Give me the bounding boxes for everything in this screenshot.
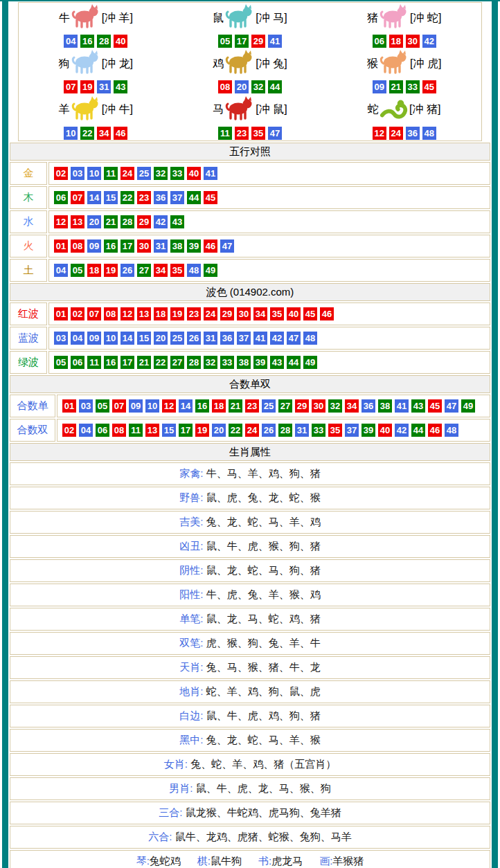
number-ball: 29 (137, 215, 151, 228)
number-ball: 18 (87, 264, 101, 277)
number-ball: 32 (251, 80, 265, 93)
number-ball: 02 (71, 307, 84, 320)
zodiac-numbers: 08203244 (217, 80, 283, 93)
number-ball: 16 (104, 356, 118, 369)
number-ball: 35 (328, 424, 342, 437)
number-row: 水1213202128294243 (10, 210, 490, 233)
number-ball: 17 (179, 424, 193, 437)
number-ball: 30 (237, 307, 251, 320)
attribute-value: 兔、蛇、羊、鸡、猪（五宫肖） (190, 758, 336, 771)
attribute-row: 黑中: 兔、龙、蛇、马、羊、猴 (10, 729, 490, 752)
number-ball: 35 (170, 264, 184, 277)
number-ball: 40 (287, 307, 301, 320)
number-ball: 47 (268, 127, 282, 140)
attribute-value: 兔、马、猴、猪、牛、龙 (206, 661, 321, 674)
number-row: 火0108091617303138394647 (10, 235, 490, 257)
number-ball: 16 (104, 239, 118, 253)
section-five-elements: 五行对照 金02031011242532334041木0607141522233… (10, 143, 490, 282)
number-ball: 17 (235, 35, 249, 48)
number-ball: 28 (120, 215, 134, 228)
row-numbers: 03040910141520252631363741424748 (48, 327, 490, 350)
number-ball: 42 (395, 424, 409, 437)
arts-pair: 画:羊猴猪 (319, 855, 364, 868)
number-ball: 45 (303, 307, 317, 320)
rat-icon (224, 3, 255, 30)
number-ball: 11 (218, 127, 232, 140)
attribute-value: 兔、龙、蛇、马、羊、鸡 (206, 516, 321, 529)
number-ball: 43 (114, 80, 127, 93)
number-ball: 22 (120, 191, 134, 204)
number-ball: 37 (170, 191, 184, 204)
zodiac-grid: 牛[冲 羊]04162840鼠[冲 马]05172941猪[冲 蛇]061830… (18, 2, 482, 141)
attribute-label: 天肖: (179, 661, 206, 674)
number-ball: 17 (120, 356, 134, 369)
number-ball: 23 (235, 127, 249, 140)
number-ball: 35 (270, 307, 284, 320)
number-ball: 25 (262, 399, 276, 413)
zodiac-name: 马 (213, 102, 224, 117)
dog-icon (71, 49, 101, 75)
number-ball: 42 (154, 215, 168, 228)
number-ball: 41 (395, 399, 409, 413)
number-ball: 36 (361, 399, 375, 413)
number-ball: 14 (179, 399, 193, 413)
sum-parity-title: 合数单双 (229, 378, 271, 390)
attribute-row: 单笔: 鼠、龙、马、蛇、鸡、猪 (10, 608, 490, 631)
number-row: 绿波05061116172122272832333839434449 (10, 351, 490, 374)
number-row: 合数单0103050709101214161821232527293032343… (10, 395, 490, 417)
attribute-row: 男肖: 鼠、牛、虎、龙、马、猴、狗 (10, 777, 490, 800)
zodiac-clash: [冲 马] (256, 11, 287, 26)
number-ball: 48 (445, 424, 458, 437)
number-ball: 20 (212, 424, 226, 437)
attribute-row: 天肖: 兔、马、猴、猪、牛、龙 (10, 656, 490, 679)
number-ball: 29 (251, 35, 265, 48)
zodiac-clash: [冲 羊] (102, 11, 133, 26)
number-ball: 19 (104, 264, 118, 277)
number-ball: 34 (154, 264, 168, 277)
row-label: 木 (10, 186, 47, 209)
number-ball: 44 (187, 191, 201, 204)
goat-icon (71, 96, 101, 122)
number-ball: 12 (373, 127, 386, 140)
number-ball: 10 (87, 167, 101, 180)
number-ball: 43 (270, 356, 284, 369)
number-ball: 03 (54, 332, 68, 345)
attribute-value: 兔、龙、蛇、马、羊、猴 (206, 734, 321, 747)
number-ball: 09 (87, 239, 101, 253)
zodiac-numbers: 06183042 (371, 35, 438, 48)
number-row: 合数双0204060811131517192022242628313335373… (10, 419, 490, 442)
frame-left-border (2, 0, 8, 868)
number-ball: 22 (229, 424, 242, 437)
number-ball: 23 (187, 307, 201, 320)
number-ball: 22 (80, 127, 94, 140)
attribute-label: 三合: (159, 806, 185, 820)
number-ball: 20 (154, 332, 168, 345)
number-ball: 04 (64, 35, 78, 48)
number-ball: 32 (328, 399, 342, 413)
zodiac-name: 鸡 (213, 57, 224, 71)
row-numbers: 05061116172122272832333839434449 (48, 351, 490, 374)
number-ball: 38 (170, 239, 184, 253)
number-ball: 15 (162, 424, 176, 437)
row-label: 金 (10, 162, 47, 185)
number-row: 土04051819262734354849 (10, 259, 490, 282)
arts-label: 棋: (197, 855, 211, 867)
number-ball: 33 (312, 424, 325, 437)
sum-parity-header: 合数单双 (10, 375, 490, 393)
attribute-label: 地肖: (179, 685, 206, 698)
attributes-rows: 家禽: 牛、马、羊、鸡、狗、猪野兽: 鼠、虎、兔、龙、蛇、猴吉美: 兔、龙、蛇、… (10, 462, 490, 868)
number-ball: 06 (71, 356, 84, 369)
number-ball: 46 (320, 307, 334, 320)
arts-pair: 琴:兔蛇鸡 (136, 855, 181, 868)
zodiac-cell: 猴[冲 虎]09213345 (327, 48, 481, 94)
zodiac-clash: [冲 兔] (256, 57, 287, 71)
number-ball: 23 (245, 399, 259, 413)
attribute-row: 阳性: 牛、虎、兔、羊、猴、鸡 (10, 584, 490, 606)
number-ball: 14 (87, 191, 101, 204)
section-attributes: 生肖属性 家禽: 牛、马、羊、鸡、狗、猪野兽: 鼠、虎、兔、龙、蛇、猴吉美: 兔… (10, 443, 490, 868)
attribute-label: 六合: (148, 831, 175, 844)
number-ball: 06 (96, 424, 109, 437)
number-ball: 02 (62, 424, 76, 437)
zodiac-name: 蛇 (368, 102, 379, 117)
number-ball: 19 (195, 424, 209, 437)
